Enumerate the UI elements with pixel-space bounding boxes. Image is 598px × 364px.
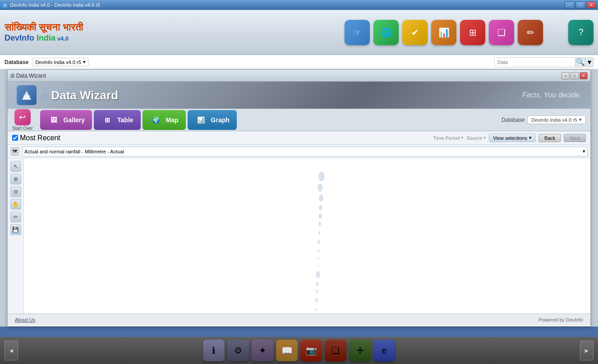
map-area: ↖ ⊕ ⊖ ✋ ✏ 💾 <box>8 158 590 313</box>
close-button[interactable]: ✕ <box>586 1 596 9</box>
svg-point-12 <box>318 265 319 267</box>
wizard-tagline: Facts. You decide. <box>522 91 581 99</box>
edit-icon-btn[interactable]: ✏ <box>518 20 543 45</box>
check-icon-btn[interactable]: ✔ <box>402 20 428 45</box>
search-dropdown-button[interactable]: ▾ <box>585 57 593 67</box>
taskbar-info-button[interactable]: ℹ <box>203 340 225 361</box>
globe-icon-btn[interactable]: 🌐 <box>373 20 399 45</box>
search-input[interactable] <box>494 57 575 67</box>
tab-map-button[interactable]: 🌍 Map <box>143 110 186 130</box>
database-value: DevInfo India v4.0 r5 <box>35 60 81 65</box>
taskbar-icons: ℹ ⚙ ✦ 📖 📷 ❑ ✛ e <box>18 340 580 361</box>
app-header: सांख्यिकी सूचना भारती DevInfo India v4.0… <box>0 10 598 55</box>
database-bar: Database DevInfo India v4.0 r5 ▾ 🔍 ▾ <box>0 55 598 69</box>
wizard-title-bar: di Data Wizard – □ ✕ <box>8 70 590 82</box>
app-icon: di <box>2 2 8 8</box>
svg-point-13 <box>316 272 320 278</box>
grid-icon-btn[interactable]: ⊞ <box>460 20 485 45</box>
wizard-db-select[interactable]: DevInfo India v4.0 r5 ▾ <box>527 115 586 124</box>
window-title: DevInfo India v4.0 - DevInfo India v4.0 … <box>10 2 100 8</box>
maximize-button[interactable]: □ <box>575 1 585 9</box>
back-button[interactable]: Back <box>538 134 561 142</box>
wizard-close-button[interactable]: ✕ <box>580 72 588 79</box>
taskbar-tools-button[interactable]: ⚙ <box>227 340 249 361</box>
taskbar-crosshair-button[interactable]: ✛ <box>349 340 371 361</box>
wizard-title-text: di Data Wizard <box>10 73 46 79</box>
indicator-value: Actual and normal rainfall - Millimetre … <box>24 149 124 154</box>
database-label: Database <box>5 59 28 65</box>
barchart-icon-btn[interactable]: 📊 <box>431 20 456 45</box>
database-select[interactable]: DevInfo India v4.0 r5 ▾ <box>32 58 89 66</box>
tab-gallery-button[interactable]: 🖼 Gallery <box>40 110 92 130</box>
wizard-logo-icon <box>17 85 37 105</box>
taskbar-prev-button[interactable]: ◄ <box>5 341 18 360</box>
wizard-title-display: di Data Wizard <box>41 88 118 102</box>
map-tool-zoom-in[interactable]: ⊕ <box>10 174 21 184</box>
view-selections-button[interactable]: View selections ▾ <box>489 134 536 142</box>
tab-graph-label: Graph <box>211 116 230 124</box>
wizard-window: di Data Wizard – □ ✕ di Data Wizard Fact… <box>7 69 591 327</box>
svg-point-16 <box>315 298 318 303</box>
time-period-chevron-icon: ▾ <box>461 135 464 141</box>
header-icons: ☞ 🌐 ✔ 📊 ⊞ ❑ ✏ ? <box>345 20 593 45</box>
logo-hindi: सांख्यिकी सूचना भारती <box>5 22 83 33</box>
wizard-db-select-area: Database DevInfo India v4.0 r5 ▾ <box>501 115 586 124</box>
svg-point-3 <box>318 184 322 191</box>
about-us-link[interactable]: About Us <box>15 317 35 323</box>
wizard-toolbar: ↩ Start Over 🖼 Gallery ⊞ Table 🌍 Map 📊 G… <box>8 109 590 131</box>
next-button[interactable]: Next <box>564 134 586 142</box>
svg-point-6 <box>319 214 322 218</box>
taskbar-layers-button[interactable]: ❑ <box>325 340 346 361</box>
tab-table-button[interactable]: ⊞ Table <box>94 110 141 130</box>
graph-icon: 📊 <box>195 114 207 126</box>
wizard-restore-button[interactable]: □ <box>570 72 579 79</box>
most-recent-checkbox[interactable] <box>12 135 18 141</box>
title-bar: di DevInfo India v4.0 - DevInfo India v4… <box>0 0 598 10</box>
taskbar-next-button[interactable]: ► <box>580 341 593 360</box>
taskbar-book-button[interactable]: 📖 <box>276 340 298 361</box>
wizard-title-buttons: – □ ✕ <box>561 72 588 79</box>
chevron-down-icon: ▾ <box>83 59 86 65</box>
help-icon-btn[interactable]: ? <box>568 20 593 45</box>
map-tool-zoom-out[interactable]: ⊖ <box>10 186 21 197</box>
wizard-banner: di Data Wizard Facts. You decide. <box>8 82 590 109</box>
tab-graph-button[interactable]: 📊 Graph <box>188 110 237 130</box>
wizard-main-title: Data Wizard <box>51 88 118 102</box>
touch-icon-btn[interactable]: ☞ <box>345 20 370 45</box>
map-tool-pointer[interactable]: ↖ <box>10 161 21 172</box>
wizard-logo: di Data Wizard <box>17 85 118 105</box>
time-period-label: Time Period <box>433 135 460 141</box>
map-tool-pencil[interactable]: ✏ <box>10 212 21 222</box>
tab-map-label: Map <box>166 116 179 124</box>
minimize-button[interactable]: – <box>565 1 575 9</box>
svg-point-4 <box>319 195 323 201</box>
filter-left: Most Recent <box>12 134 60 142</box>
taskbar-magic-button[interactable]: ✦ <box>252 340 273 361</box>
svg-point-9 <box>318 240 320 244</box>
indicator-icon: 🗺 <box>10 147 19 156</box>
india-map-svg <box>291 163 345 313</box>
view-selections-label: View selections <box>493 135 527 141</box>
wizard-prefix: di <box>41 92 47 101</box>
source-area: Source ▾ <box>466 135 486 141</box>
map-sidebar: ↖ ⊕ ⊖ ✋ ✏ 💾 <box>8 158 24 313</box>
indicator-bar: 🗺 Actual and normal rainfall - Millimetr… <box>8 145 590 158</box>
wizard-minimize-button[interactable]: – <box>561 72 570 79</box>
start-over-icon: ↩ <box>14 109 31 125</box>
taskbar-browser-button[interactable]: e <box>373 340 395 361</box>
indicator-dropdown[interactable]: Actual and normal rainfall - Millimetre … <box>22 147 588 157</box>
taskbar-camera-button[interactable]: 📷 <box>300 340 322 361</box>
svg-point-17 <box>315 308 317 311</box>
start-over-button[interactable]: ↩ Start Over <box>12 109 33 131</box>
logo-devinfo: DevInfo <box>5 33 37 42</box>
search-button[interactable]: 🔍 <box>575 57 585 67</box>
svg-point-7 <box>319 222 321 226</box>
map-icon: 🌍 <box>150 114 162 126</box>
logo-version: v4.0 <box>55 35 69 42</box>
search-area: 🔍 ▾ <box>494 57 593 67</box>
map-tool-pan[interactable]: ✋ <box>10 199 21 210</box>
map-tool-save[interactable]: 💾 <box>10 224 21 235</box>
layers-icon-btn[interactable]: ❑ <box>489 20 514 45</box>
svg-point-5 <box>319 206 322 210</box>
map-content <box>24 158 590 313</box>
